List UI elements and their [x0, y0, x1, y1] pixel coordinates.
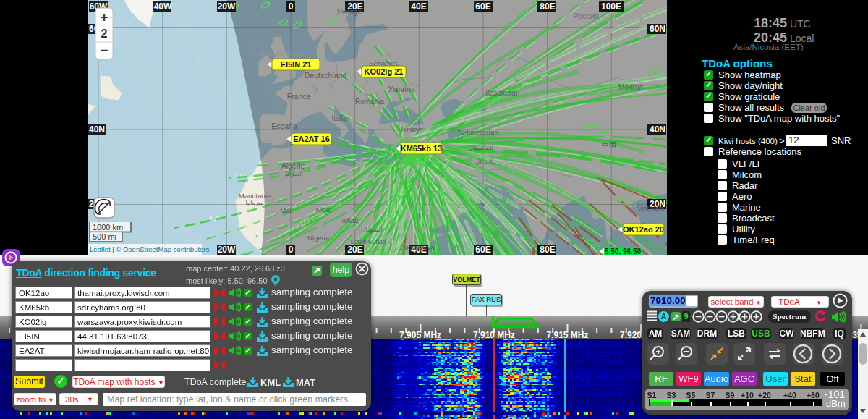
svg-text:20W: 20W — [218, 1, 236, 12]
svg-text:Niger: Niger — [316, 206, 333, 213]
svg-text:5.50, 96.50: 5.50, 96.50 — [605, 247, 641, 255]
svg-text:7.910 MHz: 7.910 MHz — [473, 330, 515, 339]
svg-text:+: + — [100, 9, 108, 25]
svg-text:السودان: السودان — [361, 226, 382, 233]
svg-text:Sverige: Sverige — [337, 8, 362, 16]
svg-text:Türkiye: Türkiye — [400, 126, 424, 134]
svg-text:40W: 40W — [154, 1, 172, 12]
svg-text:پاکستان: پاکستان — [475, 158, 496, 166]
svg-text:Deutschland: Deutschland — [305, 71, 347, 80]
svg-text:Soomaaliya: Soomaaliya — [400, 244, 434, 251]
svg-text:Leaflet | © OpenStreetMap cont: Leaflet | © OpenStreetMap contributors — [90, 245, 210, 253]
svg-text:40E: 40E — [411, 1, 426, 12]
svg-text:7.915 MHz: 7.915 MHz — [546, 330, 588, 339]
svg-text:Казахстан: Казахстан — [486, 89, 520, 97]
svg-text:0: 0 — [289, 1, 294, 12]
svg-text:40N: 40N — [650, 124, 665, 135]
svg-text:EA2AT 16: EA2AT 16 — [293, 135, 330, 143]
svg-text:EI5IN 21: EI5IN 21 — [281, 60, 312, 69]
svg-text:60N: 60N — [650, 24, 665, 34]
svg-text:2: 2 — [101, 27, 108, 40]
svg-text:100E: 100E — [601, 1, 621, 12]
svg-text:−: − — [100, 43, 108, 58]
svg-text:Mali: Mali — [280, 206, 292, 214]
svg-text:Україна: Україна — [388, 85, 414, 93]
svg-text:موريتانيا: موريتانيا — [246, 200, 264, 206]
svg-text:افغانستان: افغانستان — [469, 144, 493, 151]
svg-text:الجزائر: الجزائر — [284, 171, 301, 177]
svg-text:United Kingdom: United Kingdom — [253, 49, 305, 57]
svg-text:0: 0 — [289, 245, 294, 255]
svg-text:South Sudan: South Sudan — [350, 238, 386, 245]
svg-text:1000 km: 1000 km — [93, 223, 123, 232]
svg-text:20E: 20E — [347, 245, 362, 255]
svg-text:40N: 40N — [89, 124, 105, 135]
svg-text:Italia: Italia — [331, 114, 347, 122]
svg-text:Россия: Россия — [573, 12, 599, 20]
svg-text:KM65kb 13: KM65kb 13 — [401, 144, 442, 153]
svg-text:Türkmenistan: Türkmenistan — [456, 128, 498, 136]
svg-text:中国: 中国 — [602, 141, 616, 149]
svg-text:Nigeria: Nigeria — [307, 234, 330, 242]
svg-text:Tchad: Tchad — [341, 217, 358, 224]
svg-text:Việt Nam: Việt Nam — [638, 205, 665, 212]
svg-text:60E: 60E — [475, 245, 490, 255]
svg-text:España: España — [271, 122, 297, 130]
svg-text:Algérie: Algérie — [281, 161, 305, 170]
svg-text:Монгол: Монгол — [618, 83, 643, 91]
svg-text:60E: 60E — [475, 1, 490, 12]
svg-text:KO02lg 21: KO02lg 21 — [365, 67, 404, 76]
svg-text:Mauritanie: Mauritanie — [239, 192, 271, 200]
svg-text:500 mi: 500 mi — [93, 232, 116, 241]
svg-text:7.905 MHz: 7.905 MHz — [399, 330, 441, 339]
svg-text:OK12ao 20: OK12ao 20 — [623, 225, 664, 234]
svg-text:România: România — [355, 98, 384, 106]
svg-text:20W: 20W — [218, 245, 236, 255]
svg-text:80E: 80E — [540, 1, 555, 12]
svg-text:France: France — [287, 92, 311, 101]
svg-text:80E: 80E — [540, 245, 555, 255]
